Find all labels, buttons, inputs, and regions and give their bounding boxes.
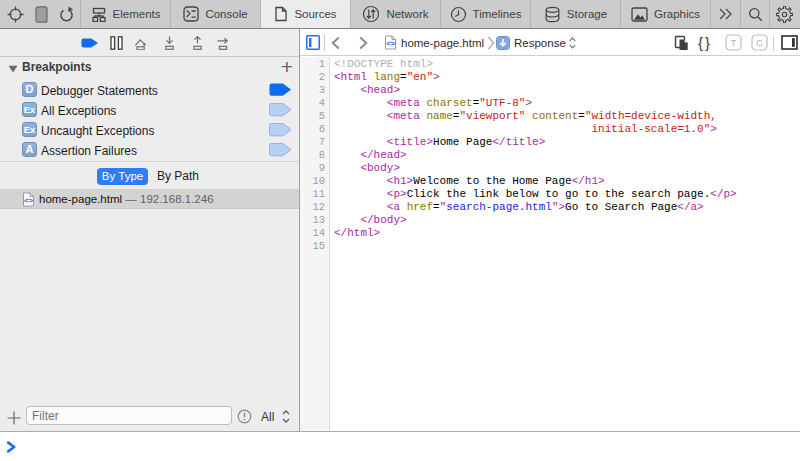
svg-text:T: T [731,37,737,48]
svg-text:C: C [756,37,763,48]
svg-text:<>: <> [24,196,34,205]
svg-text:<>: <> [386,39,396,48]
